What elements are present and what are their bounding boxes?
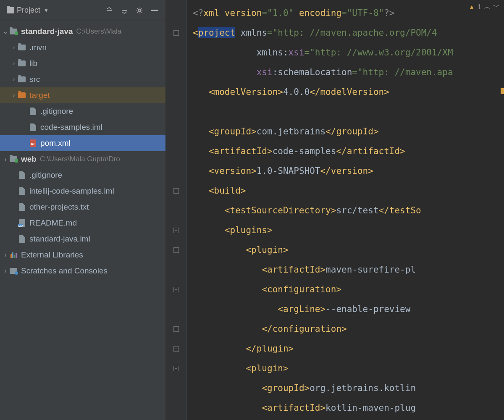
fold-toggle[interactable]: − (173, 326, 179, 332)
svg-rect-1 (151, 10, 158, 11)
settings-button[interactable] (134, 5, 145, 16)
code-line[interactable]: <version>1.0-SNAPSHOT</version> (193, 161, 504, 181)
md-icon (18, 219, 26, 227)
tree-item-label: other-projects.txt (29, 202, 89, 212)
tree-item-other-projects[interactable]: other-projects.txt (0, 199, 165, 215)
svg-point-0 (138, 9, 141, 12)
tree-item-mvn[interactable]: ›.mvn (0, 39, 165, 55)
scrollbar-marker[interactable] (501, 88, 504, 94)
chevron-down-icon[interactable]: ⌄ (2, 28, 9, 35)
code-line[interactable]: </configuration> (193, 319, 504, 339)
tree-item-path: C:\Users\Mala Gupta\Dro (40, 155, 120, 163)
tree-item-label: .gitignore (40, 107, 73, 116)
tree-item-label: README.md (29, 218, 77, 228)
fold-toggle[interactable]: − (173, 247, 179, 253)
tree-item-intellij-iml[interactable]: intellij-code-samples.iml (0, 183, 165, 199)
project-tree[interactable]: ⌄standard-javaC:\Users\Mala›.mvn›lib›src… (0, 21, 165, 420)
tree-item-src[interactable]: ›src (0, 71, 165, 87)
code-area[interactable]: <?xml version="1.0" encoding="UTF-8"?><p… (187, 0, 504, 420)
file-icon (18, 187, 26, 195)
tree-item-label: .mvn (29, 43, 47, 52)
file-icon (18, 171, 26, 179)
tree-item-lib[interactable]: ›lib (0, 55, 165, 71)
tree-item-label: pom.xml (40, 139, 71, 148)
code-line[interactable]: <plugins> (193, 220, 504, 240)
tree-item-target[interactable]: ›target (0, 87, 165, 103)
tree-item-label: intellij-code-samples.iml (29, 186, 114, 196)
chevron-right-icon[interactable]: › (2, 251, 9, 259)
project-view-label: Project (17, 6, 40, 15)
code-line[interactable]: xmlns:xsi="http: //www.w3.org/2001/XM (193, 43, 504, 63)
hide-button[interactable] (149, 5, 160, 16)
code-line[interactable]: <groupId>com.jetbrains</groupId> (193, 122, 504, 142)
collapse-all-button[interactable] (103, 5, 115, 16)
tree-item-pom[interactable]: mpom.xml (0, 135, 165, 151)
fold-toggle[interactable]: − (173, 30, 179, 36)
code-line[interactable]: </plugin> (193, 339, 504, 359)
code-line[interactable]: xsi:schemaLocation="http: //maven.apa (193, 63, 504, 82)
tree-item-gitignore2[interactable]: .gitignore (0, 167, 165, 183)
tree-item-ext-lib[interactable]: ›External Libraries (0, 247, 165, 263)
chevron-down-icon: ▼ (44, 8, 49, 13)
code-line[interactable]: <artifactId>kotlin-maven-plug (193, 398, 504, 418)
project-view-selector[interactable]: Project ▼ (3, 4, 52, 16)
chevron-right-icon[interactable]: › (2, 267, 9, 275)
code-line[interactable]: <?xml version="1.0" encoding="UTF-8"?> (193, 3, 504, 23)
warning-icon[interactable]: ▲ (468, 3, 475, 11)
code-line[interactable]: <plugin> (193, 240, 504, 260)
file-icon (29, 108, 37, 115)
code-line[interactable]: <argLine>--enable-preview (193, 299, 504, 319)
editor-gutter: −−−−−−−− (166, 0, 187, 420)
scratch-icon (9, 267, 18, 275)
prev-highlight-button[interactable]: ︿ (484, 3, 491, 11)
tree-item-standard-java-iml[interactable]: standard-java.iml (0, 231, 165, 247)
code-line[interactable]: <build> (193, 181, 504, 201)
code-line[interactable]: <modelVersion>4.0.0</modelVersion> (193, 82, 504, 102)
tree-item-standard-java[interactable]: ⌄standard-javaC:\Users\Mala (0, 24, 165, 39)
code-editor[interactable]: ▲ 1 ︿ ﹀ −−−−−−−− <?xml version="1.0" enc… (166, 0, 504, 420)
tree-item-readme[interactable]: README.md (0, 215, 165, 231)
code-line[interactable] (193, 102, 504, 122)
tree-item-code-samples-iml[interactable]: code-samples.iml (0, 119, 165, 135)
folder-icon (18, 60, 26, 67)
chevron-right-icon[interactable]: › (10, 76, 18, 83)
tree-item-label: lib (29, 59, 37, 68)
tree-item-path: C:\Users\Mala (76, 27, 122, 36)
code-line[interactable]: <project xmlns="http: //maven.apache.org… (193, 23, 504, 43)
tree-item-label: standard-java.iml (29, 234, 90, 244)
project-sidebar: Project ▼ ⌄standard-javaC:\Users\Mala›.m… (0, 0, 166, 420)
fold-toggle[interactable]: − (173, 366, 179, 371)
tree-item-gitignore1[interactable]: .gitignore (0, 103, 165, 119)
sidebar-header: Project ▼ (0, 0, 165, 21)
module-icon (9, 155, 18, 163)
module-icon (9, 28, 18, 35)
folder-icon (18, 76, 26, 83)
fold-toggle[interactable]: − (173, 188, 179, 194)
file-icon (29, 123, 37, 131)
tree-item-label: External Libraries (21, 250, 83, 260)
fold-toggle[interactable]: − (173, 346, 179, 352)
warning-count: 1 (478, 3, 481, 11)
expand-all-button[interactable] (118, 5, 130, 16)
code-line[interactable]: <testSourceDirectory>src/test</testSo (193, 201, 504, 220)
code-line[interactable]: <configuration> (193, 280, 504, 299)
tree-item-web[interactable]: ›webC:\Users\Mala Gupta\Dro (0, 151, 165, 167)
fold-toggle[interactable]: − (173, 228, 179, 233)
tree-item-label: standard-java (21, 27, 73, 36)
project-icon (7, 7, 14, 13)
chevron-right-icon[interactable]: › (10, 44, 18, 51)
editor-status-bar: ▲ 1 ︿ ﹀ (468, 3, 500, 11)
code-line[interactable]: <groupId>org.jetbrains.kotlin (193, 378, 504, 398)
tree-item-scratches[interactable]: ›Scratches and Consoles (0, 263, 165, 279)
chevron-right-icon[interactable]: › (10, 60, 18, 67)
chevron-right-icon[interactable]: › (2, 155, 9, 163)
tree-item-label: code-samples.iml (40, 123, 102, 132)
fold-toggle[interactable]: − (173, 287, 179, 292)
chevron-right-icon[interactable]: › (10, 92, 18, 99)
file-icon (18, 203, 26, 211)
tree-item-label: target (29, 91, 50, 100)
code-line[interactable]: <artifactId>maven-surefire-pl (193, 260, 504, 280)
next-highlight-button[interactable]: ﹀ (493, 3, 500, 11)
code-line[interactable]: <artifactId>code-samples</artifactId> (193, 142, 504, 161)
code-line[interactable]: <plugin> (193, 359, 504, 378)
